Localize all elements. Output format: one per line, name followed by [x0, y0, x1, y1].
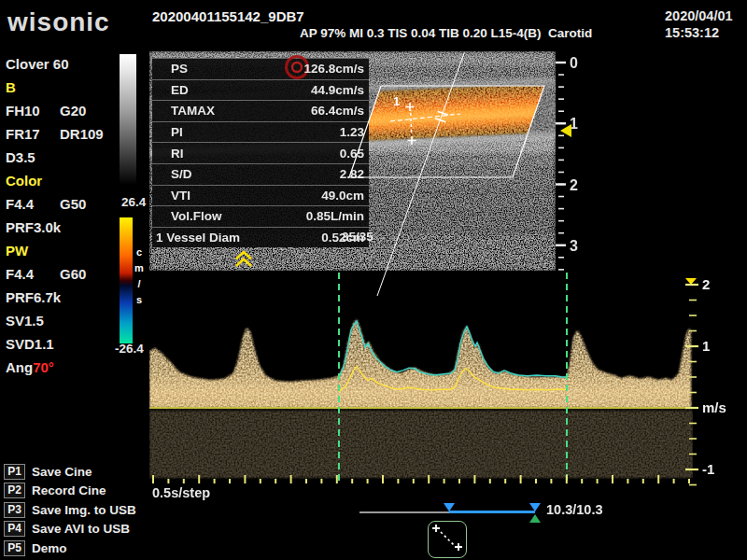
unit-char: /	[133, 276, 146, 292]
imaging-parameters-panel: Clover 60BFH10G20FR17DR109D3.5ColorF4.4G…	[6, 52, 118, 379]
frame-counter: 35/35	[342, 230, 374, 244]
softkey-P4[interactable]: P4	[4, 521, 25, 537]
softkey-row: P2Record Cine	[4, 482, 136, 501]
sweep-speed-label: 0.5s/step	[152, 485, 210, 500]
color-scale-unit: c m / s	[133, 245, 146, 308]
unit-char: s	[133, 292, 146, 308]
measurement-value: 0.65	[340, 147, 364, 161]
softkey-P1[interactable]: P1	[4, 464, 25, 480]
measurement-results-table: PS126.8cm/sED44.9cm/sTAMAX66.4cm/sPI1.23…	[152, 58, 369, 247]
sidebar-item: FH10G20	[6, 99, 118, 122]
patient-id: 20200401155142_9DB7	[152, 8, 304, 24]
measurement-row: VTI49.0cm	[152, 185, 369, 206]
softkey-row: P4Save AVI to USB	[4, 520, 136, 539]
cine-end-marker-top[interactable]	[529, 503, 541, 511]
velocity-tick-label: 2	[702, 276, 710, 292]
measurement-row: TAMAX66.4cm/s	[152, 100, 369, 121]
velocity-tick-label: m/s	[702, 399, 726, 415]
measurement-value: 2.82	[340, 167, 364, 181]
softkey-panel: P1Save CineP2Record CineP3Save Img. to U…	[4, 462, 136, 558]
unit-char: m	[133, 260, 146, 276]
focus-marker-icon[interactable]	[560, 124, 571, 137]
measurement-row: 1 Vessel Diam0.52cm	[152, 227, 369, 248]
measure-cursor-icon	[428, 521, 467, 558]
measurement-label: ED	[171, 83, 189, 97]
system-date: 2020/04/01	[665, 8, 733, 23]
measurement-label: TAMAX	[171, 104, 215, 118]
acquisition-parameters: AP 97% MI 0.3 TIS 0.04 TIB 0.20 L15-4(B)…	[300, 26, 592, 40]
measurement-value: 126.8cm/s	[303, 62, 364, 76]
measurement-label: Vol.Flow	[171, 209, 222, 223]
color-scale-max: 26.4	[121, 195, 146, 209]
measurement-label: VTI	[171, 189, 190, 203]
softkey-label: Demo	[32, 541, 67, 555]
spectrum-noise-below-baseline	[149, 411, 693, 478]
sidebar-item: Clover 60	[6, 52, 118, 76]
system-time: 15:53:12	[665, 25, 719, 40]
sidebar-item: Ang70°	[6, 356, 118, 379]
brand-logo: wisonic	[7, 7, 110, 37]
sidebar-item: B	[6, 76, 118, 99]
velocity-tick-label: -1	[702, 461, 714, 477]
measurement-row: ED44.9cm/s	[152, 79, 369, 101]
measurement-row: RI0.65	[152, 142, 369, 163]
color-doppler-map-bar	[120, 217, 133, 343]
sidebar-item: PRF6.7k	[6, 286, 118, 309]
unit-char: c	[133, 245, 146, 260]
depth-label: 2	[570, 177, 578, 193]
velocity-tick-label: 1	[702, 338, 710, 354]
measurement-row: S/D2.82	[152, 163, 369, 185]
measurement-label: PI	[171, 125, 183, 139]
measurement-label: S/D	[171, 167, 192, 181]
softkey-P3[interactable]: P3	[4, 502, 25, 518]
velocity-ruler: 21m/s-1	[678, 271, 747, 490]
color-scale-min: -26.4	[115, 342, 144, 356]
measurement-label: RI	[171, 147, 184, 161]
softkey-label: Save Cine	[32, 465, 92, 479]
measurement-row: PS126.8cm/s	[152, 58, 369, 79]
measurement-label: PS	[171, 62, 188, 76]
sidebar-item: SV1.5	[6, 309, 118, 332]
measurement-row: Vol.Flow0.85L/min	[152, 205, 369, 227]
sidebar-item: F4.4G50	[6, 192, 118, 216]
measurement-row: PI1.23	[152, 121, 369, 143]
ultrasound-screen: wisonic 20200401155142_9DB7 AP 97% MI 0.…	[0, 0, 747, 560]
cine-scrubber-handle[interactable]	[444, 503, 455, 511]
measurement-label: 1 Vessel Diam	[156, 231, 240, 245]
measurement-value: 1.23	[340, 125, 364, 139]
softkey-label: Save AVI to USB	[32, 522, 130, 536]
depth-label: 0	[570, 55, 578, 71]
sidebar-item: SVD1.1	[6, 332, 118, 356]
softkey-row: P3Save Img. to USB	[4, 500, 136, 520]
cine-scrubber-range[interactable]	[449, 511, 535, 513]
measurement-value: 49.0cm	[321, 189, 364, 203]
measurement-value: 0.85L/min	[306, 209, 364, 223]
sidebar-item: Color	[6, 169, 118, 192]
softkey-label: Record Cine	[32, 483, 106, 497]
sidebar-item: FR17DR109	[6, 122, 118, 146]
sidebar-item: PRF3.0k	[6, 216, 118, 239]
softkey-label: Save Img. to USB	[32, 503, 136, 517]
sidebar-item: D3.5	[6, 146, 118, 169]
sidebar-item: PW	[6, 239, 118, 262]
cine-scrubber-track[interactable]	[359, 511, 449, 513]
softkey-row: P5Demo	[4, 539, 136, 558]
measurement-value: 66.4cm/s	[311, 104, 364, 118]
cine-end-marker-bottom[interactable]	[529, 514, 541, 523]
spectral-doppler-strip	[149, 271, 693, 485]
softkey-P2[interactable]: P2	[4, 483, 25, 498]
cine-position-label: 10.3/10.3	[546, 502, 602, 517]
depth-ruler: 0123	[551, 51, 598, 275]
measurement-value: 44.9cm/s	[311, 83, 364, 97]
depth-label: 3	[570, 238, 578, 254]
expand-chevron-icon[interactable]	[233, 250, 254, 267]
softkey-P5[interactable]: P5	[4, 540, 25, 556]
grayscale-map-bar	[120, 54, 136, 185]
softkey-row: P1Save Cine	[4, 462, 136, 482]
sidebar-item: F4.4G60	[6, 262, 118, 286]
